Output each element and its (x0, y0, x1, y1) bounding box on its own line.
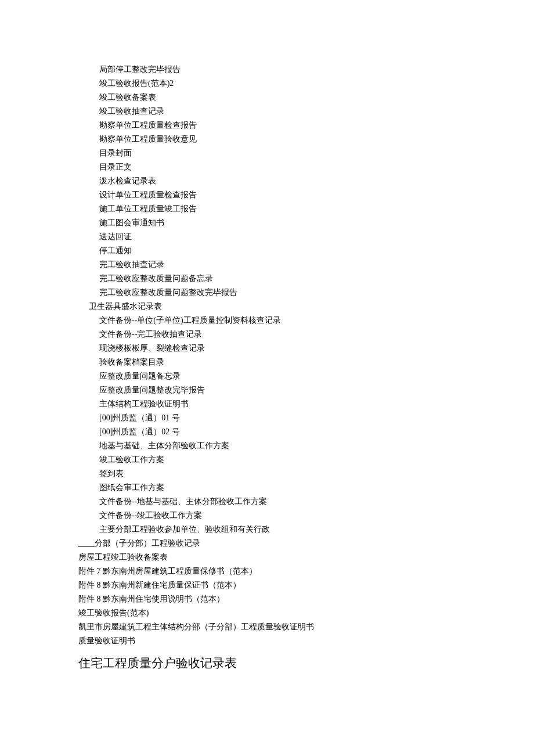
list-item: 文件备份--地基与基础、主体分部验收工作方案 (99, 495, 456, 509)
list-item: 完工验收应整改质量问题备忘录 (99, 272, 456, 286)
list-item: 竣工验收报告(范本)2 (99, 77, 456, 91)
list-item: 勘察单位工程质量验收意见 (99, 132, 456, 146)
list-item: 目录正文 (99, 160, 456, 174)
list-item: 签到表 (99, 467, 456, 481)
list-item: 房屋工程竣工验收备案表 (78, 550, 456, 564)
list-item: 质量验收证明书 (78, 634, 456, 648)
list-item: ____分部（子分部）工程验收记录 (78, 537, 456, 550)
list-item: 验收备案档案目录 (99, 355, 456, 369)
list-item: 附件 8 黔东南州住宅使用说明书（范本） (78, 592, 456, 606)
list-item: 附件 8 黔东南州新建住宅质量保证书（范本） (78, 578, 456, 592)
list-item: [00]州质监（通）01 号 (99, 411, 456, 425)
list-item: 设计单位工程质量检查报告 (99, 188, 456, 202)
list-item: 完工验收抽查记录 (99, 258, 456, 272)
list-item: 现浇楼板板厚、裂缝检查记录 (99, 341, 456, 355)
list-item: 泼水检查记录表 (99, 174, 456, 188)
list-item: 文件备份--竣工验收工作方案 (99, 509, 456, 523)
list-item: 应整改质量问题整改完毕报告 (99, 383, 456, 397)
list-item: 竣工验收工作方案 (99, 453, 456, 467)
list-item: 完工验收应整改质量问题整改完毕报告 (99, 286, 456, 300)
list-block-c: 文件备份--单位(子单位)工程质量控制资料核查记录 文件备份--完工验收抽查记录… (99, 314, 456, 537)
list-item: 图纸会审工作方案 (99, 481, 456, 495)
list-block-a: 局部停工整改完毕报告 竣工验收报告(范本)2 竣工验收备案表 竣工验收抽查记录 … (99, 63, 456, 300)
list-block-d: ____分部（子分部）工程验收记录 房屋工程竣工验收备案表 附件 7 黔东南州房… (78, 537, 456, 648)
list-item: 竣工验收备案表 (99, 91, 456, 105)
list-block-b: 卫生器具盛水记录表 (89, 300, 456, 314)
list-item: 目录封面 (99, 146, 456, 160)
list-item: 停工通知 (99, 244, 456, 258)
list-item: 施工图会审通知书 (99, 216, 456, 230)
list-item: 竣工验收报告(范本) (78, 606, 456, 620)
document-page: 局部停工整改完毕报告 竣工验收报告(范本)2 竣工验收备案表 竣工验收抽查记录 … (0, 0, 534, 707)
list-item: 凯里市房屋建筑工程主体结构分部（子分部）工程质量验收证明书 (78, 620, 456, 634)
list-item: 送达回证 (99, 230, 456, 244)
list-item: 文件备份--完工验收抽查记录 (99, 327, 456, 341)
list-item: 主体结构工程验收证明书 (99, 397, 456, 411)
list-item: 附件 7 黔东南州房屋建筑工程质量保修书（范本） (78, 564, 456, 578)
list-item: 施工单位工程质量竣工报告 (99, 202, 456, 216)
list-item: 竣工验收抽查记录 (99, 105, 456, 118)
list-item: [00]州质监（通）02 号 (99, 425, 456, 439)
list-item: 勘察单位工程质量检查报告 (99, 118, 456, 132)
list-item: 地基与基础、主体分部验收工作方案 (99, 439, 456, 453)
list-item: 局部停工整改完毕报告 (99, 63, 456, 77)
list-item: 卫生器具盛水记录表 (89, 300, 456, 314)
section-heading: 住宅工程质量分户验收记录表 (78, 654, 456, 672)
list-item: 应整改质量问题备忘录 (99, 369, 456, 383)
list-item: 文件备份--单位(子单位)工程质量控制资料核查记录 (99, 314, 456, 327)
list-item: 主要分部工程验收参加单位、验收组和有关行政 (99, 523, 456, 537)
